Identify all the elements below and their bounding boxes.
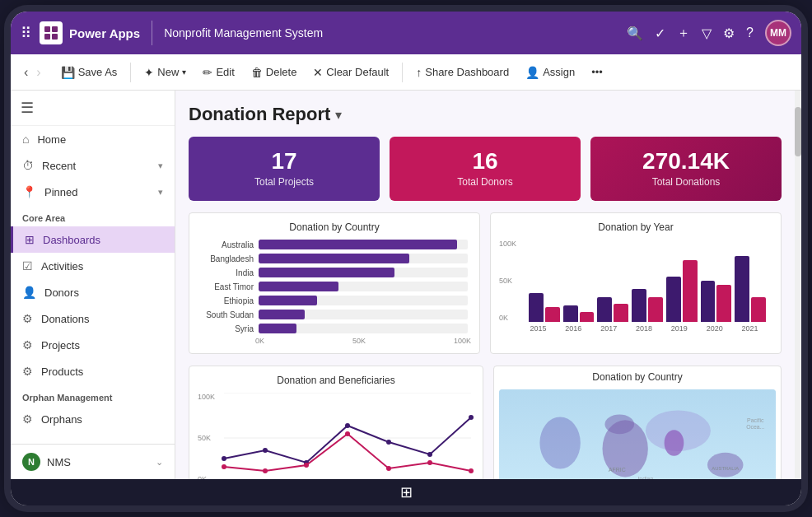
env-expand-icon: ⌄ bbox=[156, 457, 163, 468]
nav-arrows: ‹ › bbox=[21, 62, 44, 83]
line-y-0k: 0K bbox=[198, 475, 215, 479]
more-options-button[interactable]: ••• bbox=[585, 63, 609, 82]
donors-icon: 👤 bbox=[22, 286, 36, 299]
assign-button[interactable]: 👤 Assign bbox=[519, 63, 581, 82]
year-bar-2018 bbox=[632, 289, 663, 322]
axis-mid: 50K bbox=[352, 337, 366, 345]
x-label-2019: 2019 bbox=[663, 324, 695, 333]
projects-label: Total Projects bbox=[254, 176, 314, 188]
bar-fill-bangladesh bbox=[259, 254, 409, 263]
scrollbar-track[interactable] bbox=[795, 91, 801, 479]
new-button[interactable]: ✦ New ▾ bbox=[138, 63, 193, 82]
year-bar-2021 bbox=[735, 256, 766, 322]
svg-point-15 bbox=[263, 468, 268, 473]
bar-fill-south-sudan bbox=[259, 310, 305, 319]
clear-default-button[interactable]: ✕ Clear Default bbox=[306, 63, 395, 82]
sidebar-item-products[interactable]: ⚙ Products bbox=[11, 358, 175, 384]
new-chevron-icon: ▾ bbox=[182, 68, 186, 77]
command-toolbar: ‹ › 💾 Save As ✦ New ▾ ✏ Edit 🗑 Delete ✕ … bbox=[11, 54, 801, 91]
home-icon: ⌂ bbox=[22, 133, 29, 146]
sidebar-top: ☰ bbox=[11, 91, 175, 126]
edit-button[interactable]: ✏ Edit bbox=[196, 63, 240, 82]
windows-logo-icon[interactable]: ⊞ bbox=[400, 483, 413, 501]
save-as-button[interactable]: 💾 Save As bbox=[54, 63, 124, 82]
line-chart-y-labels: 100K 50K 0K bbox=[198, 393, 215, 479]
bar-row-syria: Syria bbox=[201, 324, 468, 333]
svg-rect-1 bbox=[52, 26, 58, 32]
bar-fill-syria bbox=[259, 324, 296, 333]
year-pink-2015 bbox=[545, 307, 560, 322]
settings-icon[interactable]: ⚙ bbox=[723, 26, 735, 41]
page-title: Donation Report bbox=[189, 104, 330, 125]
forward-icon[interactable]: › bbox=[33, 62, 44, 83]
assign-icon: 👤 bbox=[525, 66, 539, 79]
sidebar-item-recent[interactable]: ⏱ Recent ▾ bbox=[11, 152, 175, 179]
x-label-2018: 2018 bbox=[628, 324, 660, 333]
scrollbar-thumb[interactable] bbox=[795, 107, 801, 156]
env-name: NMS bbox=[47, 456, 71, 468]
help-icon[interactable]: ? bbox=[746, 26, 754, 40]
power-apps-logo-icon bbox=[40, 21, 63, 44]
x-label-2021: 2021 bbox=[734, 324, 766, 333]
bar-row-ethiopia: Ethiopia bbox=[201, 296, 468, 305]
charts-row-2: Donation and Beneficiaries 100K 50K 0K bbox=[189, 366, 782, 479]
orphans-icon: ⚙ bbox=[22, 412, 33, 426]
svg-point-16 bbox=[304, 463, 309, 468]
axis-max: 100K bbox=[454, 337, 471, 345]
environment-selector[interactable]: N NMS ⌄ bbox=[22, 453, 163, 471]
year-navy-2019 bbox=[666, 277, 681, 322]
filter-icon[interactable]: ▽ bbox=[702, 26, 712, 41]
donors-number: 16 bbox=[472, 150, 497, 173]
bar-fill-australia bbox=[259, 240, 457, 249]
task-icon[interactable]: ✓ bbox=[655, 26, 665, 41]
env-badge: N bbox=[22, 453, 40, 471]
donations-number: 270.14K bbox=[642, 150, 730, 173]
sidebar-item-activities[interactable]: ☑ Activities bbox=[11, 253, 175, 279]
toolbar-separator-1 bbox=[130, 63, 131, 82]
save-icon: 💾 bbox=[61, 66, 75, 79]
bar-label-ethiopia: Ethiopia bbox=[201, 296, 254, 305]
svg-point-25 bbox=[539, 417, 580, 468]
sidebar-item-orphans[interactable]: ⚙ Orphans bbox=[11, 406, 175, 432]
map-svg: AFRIC Indian Ocean AUSTRALIA Pacific Oce… bbox=[499, 389, 776, 479]
stat-card-donors: 16 Total Donors bbox=[390, 137, 581, 201]
share-dashboard-button[interactable]: ↑ Share Dashboard bbox=[409, 63, 516, 82]
bar-row-east-timor: East Timor bbox=[201, 282, 468, 291]
sidebar-item-projects[interactable]: ⚙ Projects bbox=[11, 332, 175, 358]
bar-fill-east-timor bbox=[259, 282, 338, 291]
bar-bg-east-timor bbox=[259, 282, 468, 291]
sidebar-item-donations[interactable]: ⚙ Donations bbox=[11, 305, 175, 332]
line-chart-svg bbox=[221, 393, 474, 479]
year-chart-title: Donation by Year bbox=[499, 221, 772, 233]
sidebar-item-donors[interactable]: 👤 Donors bbox=[11, 279, 175, 305]
year-bar-2019 bbox=[666, 260, 698, 322]
bar-row-australia: Australia bbox=[201, 240, 468, 249]
back-icon[interactable]: ‹ bbox=[21, 62, 31, 83]
sidebar-item-home[interactable]: ⌂ Home bbox=[11, 126, 175, 152]
page-title-chevron[interactable]: ▾ bbox=[335, 107, 342, 123]
year-chart-x-labels: 2015 2016 2017 2018 2019 2020 2021 bbox=[522, 324, 772, 333]
map-background: AFRIC Indian Ocean AUSTRALIA Pacific Oce… bbox=[499, 389, 776, 479]
products-icon: ⚙ bbox=[22, 365, 33, 378]
hamburger-icon[interactable]: ☰ bbox=[21, 100, 34, 116]
pinned-icon: 📍 bbox=[22, 185, 36, 198]
stats-row: 17 Total Projects 16 Total Donors 270.14… bbox=[189, 137, 782, 201]
app-logo[interactable]: Power Apps bbox=[40, 21, 140, 44]
plus-icon[interactable]: ＋ bbox=[677, 25, 690, 42]
donation-by-country-chart: Donation by Country Australia Bangladesh… bbox=[189, 212, 480, 354]
sidebar-item-pinned[interactable]: 📍 Pinned ▾ bbox=[11, 179, 175, 205]
svg-point-20 bbox=[469, 468, 474, 473]
activities-icon: ☑ bbox=[22, 259, 33, 272]
dashboards-icon: ⊞ bbox=[25, 233, 35, 246]
country-bar-chart-body: Australia Bangladesh India East Tim bbox=[198, 240, 471, 333]
donations-label: Total Donations bbox=[652, 176, 721, 188]
svg-text:Pacific: Pacific bbox=[747, 417, 764, 423]
user-avatar[interactable]: MM bbox=[765, 20, 791, 46]
year-bar-chart-body bbox=[522, 240, 772, 322]
projects-icon: ⚙ bbox=[22, 338, 33, 352]
sidebar-item-dashboards[interactable]: ⊞ Dashboards bbox=[11, 226, 175, 253]
search-icon[interactable]: 🔍 bbox=[627, 26, 643, 41]
delete-button[interactable]: 🗑 Delete bbox=[245, 63, 304, 82]
grid-icon[interactable]: ⠿ bbox=[21, 24, 31, 42]
year-navy-2021 bbox=[735, 256, 749, 322]
